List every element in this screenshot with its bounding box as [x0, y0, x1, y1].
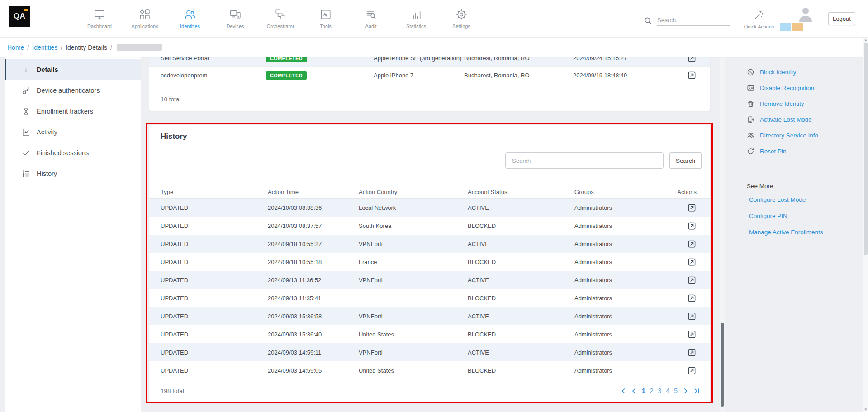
session-location: Bucharest, Romania, RO: [464, 57, 573, 62]
breadcrumb-home[interactable]: Home: [7, 44, 24, 51]
nav-item-applications[interactable]: Applications: [122, 0, 167, 38]
cell-time: 2024/09/18 10:55:27: [268, 241, 359, 247]
action-label: Block Identity: [760, 69, 796, 76]
cell-groups: Administrators: [574, 313, 669, 320]
sidebar-item-activity[interactable]: Activity: [5, 122, 141, 142]
main-scrollbar-thumb[interactable]: [721, 323, 724, 407]
cell-groups: Administrators: [574, 367, 669, 374]
sidebar-item-finished-sessions[interactable]: Finished sessions: [5, 142, 141, 163]
open-details-icon[interactable]: [687, 71, 697, 80]
nav-item-statistics[interactable]: Statistics: [394, 0, 439, 38]
sidebar-item-enrollment-trackers[interactable]: Enrollment trackers: [5, 101, 141, 122]
pagination-last-icon[interactable]: [693, 388, 700, 394]
page-scrollbar[interactable]: ▲ ▼: [863, 38, 868, 412]
session-row[interactable]: Self Service Portal COMPLETED Apple iPho…: [149, 57, 710, 67]
nav-label: Orchestrator: [266, 24, 294, 29]
history-row[interactable]: UPDATED 2024/09/03 14:59:11 VPNForti ACT…: [149, 343, 710, 361]
action-label: Activate Lost Mode: [760, 116, 812, 123]
history-row[interactable]: UPDATED 2024/09/03 15:36:58 VPNForti ACT…: [149, 307, 710, 325]
logout-button[interactable]: Logout: [828, 12, 855, 25]
open-details-icon[interactable]: [687, 275, 697, 285]
avatar[interactable]: [797, 5, 814, 23]
action-manage-active-enrollments[interactable]: Manage Active Enrollments: [736, 224, 863, 240]
action-directory-service-info[interactable]: Directory Service Info: [736, 128, 863, 143]
history-search-button[interactable]: Search: [669, 152, 702, 169]
open-details-icon[interactable]: [687, 57, 697, 63]
cell-type: UPDATED: [161, 295, 268, 302]
open-details-icon[interactable]: [687, 366, 697, 375]
history-row[interactable]: UPDATED 2024/10/03 08:38:36 Local Networ…: [149, 199, 710, 217]
orchestrator-icon: [275, 9, 286, 20]
screen: QA Dashboard Applications Identities Dev…: [0, 0, 868, 412]
action-block-identity[interactable]: Block Identity: [736, 64, 863, 80]
search-icon: [644, 17, 652, 24]
open-details-icon[interactable]: [687, 221, 697, 231]
cell-status: ACTIVE: [468, 241, 574, 247]
nav-item-identities[interactable]: Identities: [167, 0, 213, 38]
open-details-icon[interactable]: [687, 348, 697, 357]
action-remove-identity[interactable]: Remove Identity: [736, 96, 863, 112]
dashboard-icon: [94, 9, 105, 20]
scroll-down-arrow[interactable]: ▼: [863, 407, 868, 412]
sidebar-item-label: History: [37, 170, 57, 177]
page-scrollbar-thumb[interactable]: [864, 43, 868, 255]
pagination-prev-icon[interactable]: [631, 388, 637, 394]
history-row[interactable]: UPDATED 2024/09/13 11:35:41 BLOCKED Admi…: [149, 289, 710, 307]
cell-time: 2024/09/13 11:36:52: [268, 277, 359, 284]
pagination-page-1[interactable]: 1: [642, 387, 645, 394]
quick-actions-button[interactable]: Quick Actions: [740, 5, 778, 33]
cell-groups: Administrators: [574, 259, 669, 265]
topbar: QA Dashboard Applications Identities Dev…: [0, 0, 868, 38]
open-details-icon[interactable]: [687, 203, 697, 213]
session-row[interactable]: nsdeveloponprem COMPLETED Apple iPhone 7…: [149, 67, 710, 84]
sidebar-item-label: Finished sessions: [37, 149, 89, 156]
flag-chip-orange[interactable]: [792, 23, 803, 31]
nav-item-settings[interactable]: Settings: [439, 0, 484, 38]
sidebar-item-history[interactable]: History: [5, 163, 141, 184]
history-row[interactable]: UPDATED 2024/10/03 08:37:57 South Korea …: [149, 217, 710, 235]
session-name: nsdeveloponprem: [161, 72, 266, 79]
action-reset-pin[interactable]: Reset Pin: [736, 143, 863, 159]
nav-item-devices[interactable]: Devices: [213, 0, 258, 38]
cell-status: ACTIVE: [468, 204, 574, 211]
history-row[interactable]: UPDATED 2024/09/13 11:36:52 VPNForti ACT…: [149, 271, 710, 289]
column-header-account-status: Account Status: [468, 189, 574, 195]
open-details-icon[interactable]: [687, 330, 697, 339]
action-configure-pin[interactable]: Configure PIN: [736, 208, 863, 224]
pagination-page-3[interactable]: 3: [658, 387, 662, 394]
global-search-input[interactable]: [657, 15, 730, 26]
nav-item-audit[interactable]: Audit: [348, 0, 394, 38]
magic-wand-icon: [754, 9, 764, 20]
open-details-icon[interactable]: [687, 294, 697, 303]
history-row[interactable]: UPDATED 2024/09/18 10:55:18 France BLOCK…: [149, 253, 710, 271]
nav-item-orchestrator[interactable]: Orchestrator: [258, 0, 303, 38]
pagination-page-4[interactable]: 4: [666, 387, 669, 394]
app-logo[interactable]: QA: [9, 6, 30, 27]
action-configure-lost-mode[interactable]: Configure Lost Mode: [736, 191, 863, 208]
action-activate-lost-mode[interactable]: Activate Lost Mode: [736, 112, 863, 128]
breadcrumb-identities[interactable]: Identities: [32, 44, 57, 51]
history-row[interactable]: UPDATED 2024/09/03 15:36:40 United State…: [149, 325, 710, 343]
nav-item-tools[interactable]: Tools: [303, 0, 348, 38]
pagination-next-icon[interactable]: [682, 388, 689, 394]
main-scrollbar[interactable]: [720, 57, 725, 412]
cell-status: BLOCKED: [468, 331, 574, 338]
cell-country: United States: [359, 331, 468, 338]
open-details-icon[interactable]: [687, 239, 697, 249]
sidebar-item-device-authenticators[interactable]: Device authenticators: [5, 80, 141, 101]
action-disable-recognition[interactable]: Disable Recognition: [736, 80, 863, 96]
pagination-page-5[interactable]: 5: [674, 387, 678, 394]
sidebar-item-details[interactable]: Details: [5, 59, 141, 80]
pagination-first-icon[interactable]: [619, 388, 626, 394]
open-details-icon[interactable]: [687, 312, 697, 321]
open-details-icon[interactable]: [687, 257, 697, 267]
history-card: History Search Type Action Time Action C…: [149, 125, 710, 403]
applications-icon: [139, 9, 151, 20]
history-row[interactable]: UPDATED 2024/09/03 14:59:05 United State…: [149, 361, 710, 379]
cell-country: France: [359, 259, 468, 265]
nav-item-dashboard[interactable]: Dashboard: [77, 0, 122, 38]
pagination-page-2[interactable]: 2: [650, 387, 654, 394]
history-search-input[interactable]: [505, 152, 664, 169]
flag-chip-blue[interactable]: [780, 23, 791, 31]
history-row[interactable]: UPDATED 2024/09/18 10:55:27 VPNForti ACT…: [149, 235, 710, 253]
